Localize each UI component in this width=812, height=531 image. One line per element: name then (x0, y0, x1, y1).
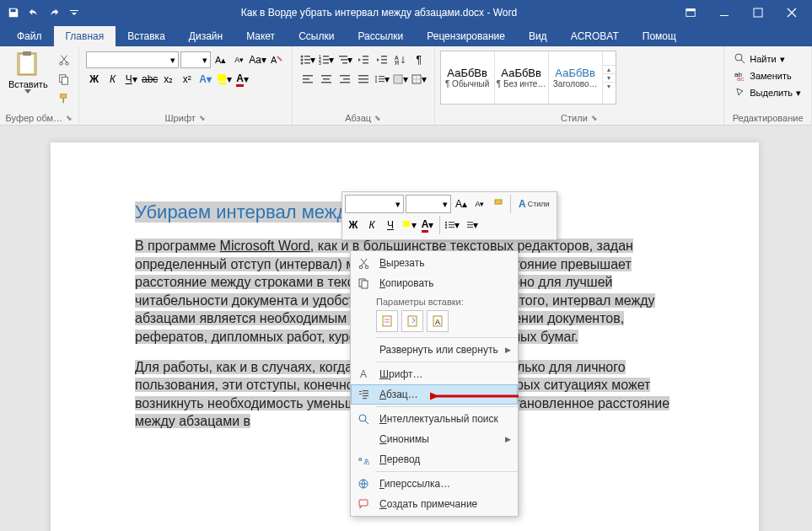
ctx-synonyms[interactable]: Синонимы ▶ (351, 429, 518, 449)
tab-help[interactable]: Помощ (631, 26, 688, 46)
tab-layout[interactable]: Макет (234, 26, 287, 46)
align-justify-icon[interactable] (355, 71, 372, 88)
ctx-cut[interactable]: ВВырезатьырезать (351, 253, 518, 273)
align-right-icon[interactable] (336, 71, 353, 88)
font-size-combo[interactable]: ▾ (180, 51, 211, 68)
save-icon[interactable] (3, 3, 24, 23)
svg-rect-44 (340, 75, 350, 77)
bold-icon[interactable]: Ж (86, 71, 103, 88)
ctx-translate[interactable]: aあ Перевод (351, 449, 518, 469)
subscript-icon[interactable]: x₂ (160, 71, 177, 88)
superscript-icon[interactable]: x² (179, 71, 196, 88)
paste-text-only-icon[interactable]: A (427, 310, 449, 332)
paragraph-dialog-launcher-icon[interactable]: ⬊ (374, 114, 381, 122)
borders-icon[interactable]: ▾ (411, 71, 428, 88)
tab-acrobat[interactable]: ACROBAT (559, 26, 631, 46)
decrease-indent-icon[interactable] (355, 51, 372, 68)
style-no-spacing[interactable]: АаБбВв¶ Без инте… (495, 51, 549, 104)
multilevel-list-icon[interactable]: ▾ (336, 51, 353, 68)
styles-gallery[interactable]: АаБбВв¶ Обычный АаБбВв¶ Без инте… АаБбВв… (440, 51, 616, 105)
sort-icon[interactable]: AЯ (392, 51, 409, 68)
tab-home[interactable]: Главная (54, 26, 116, 46)
redo-icon[interactable] (44, 3, 64, 23)
find-button[interactable]: Найти ▾ (733, 51, 803, 67)
ctx-smart-lookup[interactable]: Интеллектуальный поиск (351, 409, 518, 429)
cut-icon[interactable] (56, 51, 73, 68)
tab-insert[interactable]: Вставка (116, 26, 177, 46)
shrink-font-icon[interactable]: A▾ (231, 51, 248, 68)
increase-indent-icon[interactable] (374, 51, 390, 68)
mini-numbering-icon[interactable]: ▾ (462, 216, 479, 234)
ctx-copy[interactable]: Копировать (351, 273, 518, 293)
ctx-expand-collapse[interactable]: Развернуть или свернуть ▶ (351, 340, 518, 360)
select-button[interactable]: Выделить ▾ (733, 85, 803, 100)
tab-design[interactable]: Дизайн (177, 26, 234, 46)
replace-button[interactable]: abacЗаменить (733, 68, 803, 83)
mini-styles-button[interactable]: AСтили (514, 195, 554, 213)
context-menu: ВВырезатьырезать Копировать Параметры вс… (350, 250, 519, 517)
mini-format-painter-icon[interactable] (490, 195, 507, 213)
underline-icon[interactable]: Ч▾ (123, 71, 140, 88)
numbering-icon[interactable]: 123▾ (318, 51, 335, 68)
font-icon: A (354, 368, 373, 380)
style-normal[interactable]: АаБбВв¶ Обычный (441, 51, 495, 104)
paste-merge-icon[interactable] (401, 310, 423, 332)
mini-highlight-icon[interactable]: ▾ (401, 216, 417, 234)
align-center-icon[interactable] (318, 71, 335, 88)
mini-grow-font-icon[interactable]: A▴ (453, 195, 470, 213)
tab-file[interactable]: Файл (5, 26, 54, 46)
group-clipboard: Вставить Буфер обм…⬊ (0, 46, 79, 125)
svg-rect-28 (341, 59, 347, 61)
close-icon[interactable] (775, 0, 809, 24)
shading-icon[interactable]: ▾ (392, 71, 409, 88)
text-effects-icon[interactable]: A▾ (197, 71, 214, 88)
ctx-hyperlink[interactable]: Гиперссылка… (351, 474, 518, 494)
mini-underline-icon[interactable]: Ч (382, 216, 399, 234)
copy-icon[interactable] (56, 71, 73, 88)
mini-size-combo[interactable]: ▾ (406, 195, 451, 213)
ribbon-display-options-icon[interactable] (674, 0, 707, 24)
undo-icon[interactable] (24, 3, 44, 23)
qat-customize-icon[interactable] (64, 3, 84, 23)
change-case-icon[interactable]: Aa▾ (250, 51, 266, 68)
ctx-font[interactable]: A Шрифт… (351, 364, 518, 384)
ctx-new-comment[interactable]: Создать примечание (351, 494, 518, 514)
mini-italic-icon[interactable]: К (363, 216, 380, 234)
svg-rect-79 (363, 390, 368, 391)
group-clipboard-label: Буфер обм… (6, 113, 62, 123)
tab-references[interactable]: Ссылки (287, 26, 346, 46)
tab-view[interactable]: Вид (517, 26, 559, 46)
tab-review[interactable]: Рецензирование (415, 26, 517, 46)
mini-bold-icon[interactable]: Ж (345, 216, 362, 234)
tab-mailings[interactable]: Рассылки (346, 26, 415, 46)
strikethrough-icon[interactable]: abc (142, 71, 159, 88)
clear-formatting-icon[interactable]: A (268, 51, 285, 68)
styles-expand[interactable]: ▴▾▾ (603, 65, 616, 90)
svg-rect-59 (403, 221, 410, 227)
font-name-combo[interactable]: ▾ (86, 51, 179, 68)
style-heading1[interactable]: АаБбВвЗаголово… (549, 51, 603, 104)
font-dialog-launcher-icon[interactable]: ⬊ (199, 114, 206, 122)
mini-shrink-font-icon[interactable]: A▾ (471, 195, 488, 213)
paste-keep-source-icon[interactable] (376, 310, 398, 332)
align-left-icon[interactable] (299, 71, 316, 88)
paste-button[interactable]: Вставить (3, 49, 53, 111)
clipboard-dialog-launcher-icon[interactable]: ⬊ (66, 114, 73, 122)
link-ms-word[interactable]: Microsoft Word (220, 239, 310, 253)
line-spacing-icon[interactable]: ▾ (374, 71, 390, 88)
mini-font-color-icon[interactable]: A▾ (419, 216, 436, 234)
show-marks-icon[interactable]: ¶ (411, 51, 428, 68)
styles-dialog-launcher-icon[interactable]: ⬊ (591, 114, 598, 122)
mini-font-combo[interactable]: ▾ (345, 195, 404, 213)
grow-font-icon[interactable]: A▴ (212, 51, 229, 68)
font-color-icon[interactable]: A▾ (234, 71, 251, 88)
highlight-icon[interactable]: ▾ (216, 71, 233, 88)
svg-rect-40 (303, 82, 313, 83)
minimize-icon[interactable] (707, 0, 741, 24)
format-painter-icon[interactable] (56, 90, 73, 107)
maximize-icon[interactable] (741, 0, 775, 24)
ctx-paragraph[interactable]: Абзац… (351, 384, 518, 405)
italic-icon[interactable]: К (105, 71, 121, 88)
mini-bullets-icon[interactable]: ▾ (444, 216, 460, 234)
bullets-icon[interactable]: ▾ (299, 51, 316, 68)
